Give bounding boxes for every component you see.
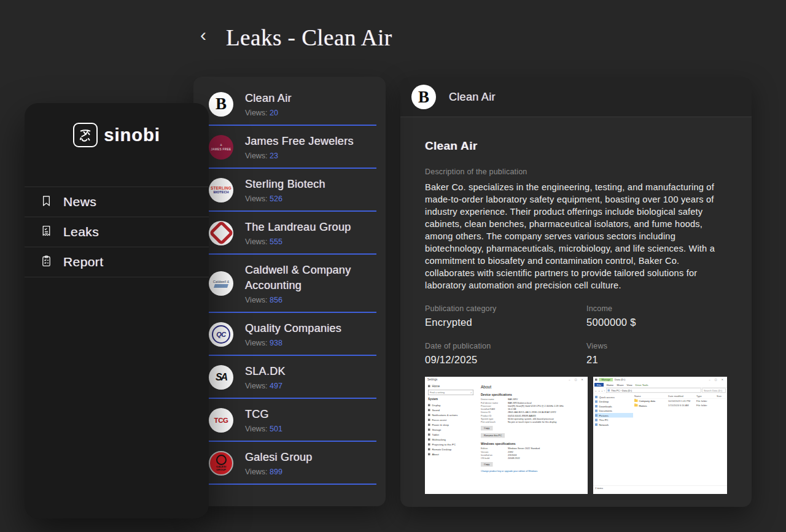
caldwell-logo: Caldwell & [209,271,233,296]
page-title: Leaks - Clean Air [226,25,392,51]
list-item-landreau-group[interactable]: The Landreau Group Views: 555 [209,212,376,255]
settings-nav-icon [428,409,430,411]
folder-icon [634,404,638,406]
list-item-tcg[interactable]: TCG TCG Views: 501 [209,399,376,442]
bookmark-icon [40,195,53,210]
explorer-nav-icon [595,405,597,407]
publication-description: Baker Co. specializes in the engineering… [425,181,727,291]
leak-views: Views: 501 [245,425,282,433]
explorer-nav-item: Network [595,422,633,427]
list-item-galesi-group[interactable]: GALESIGROUP Galesi Group Views: 899 [209,442,376,485]
leak-name: James Free Jewelers [245,134,354,149]
folder-icon [634,399,638,402]
leak-name: Caldwell & Company Accounting [245,263,376,293]
copy-button-image: Copy [481,426,492,431]
settings-nav-item: Tablet [428,432,473,437]
leak-name: TCG [245,407,282,422]
description-label: Description of the publication [425,168,727,176]
detail-header: B Clean Air [400,77,752,117]
explorer-window-image: Manage Data (D:) – ▢ ✕ File Home Share V… [593,377,727,494]
explorer-nav-item: This PC [595,418,633,423]
publication-fields: Publication category Encrypted Income 50… [425,304,727,366]
explorer-nav-icon [595,409,597,412]
field-publication-category: Publication category Encrypted [425,304,586,328]
field-date-of-publication: Date of publication 09/12/2025 [425,342,586,366]
settings-nav-item: Power & sleep [428,422,473,427]
settings-nav-icon [428,433,430,436]
sidebar-item-leaks[interactable]: Leaks [25,217,209,247]
settings-nav-icon [428,414,430,416]
leak-views: Views: 20 [245,109,292,117]
settings-nav-icon [428,448,430,450]
list-item-james-free[interactable]: + JAMES FREE James Free Jewelers Views: … [209,126,376,169]
leak-name: Sterling Biotech [245,177,325,192]
detail-header-title: Clean Air [449,91,496,104]
settings-nav-item: Notifications & actions [428,412,473,417]
james-free-logo: + JAMES FREE [209,135,233,160]
explorer-file-row: Homes 1/15/2024 6:16 AM File folder [634,403,726,408]
list-item-sterling-biotech[interactable]: STERLING BIOTECH Sterling Biotech Views:… [209,169,376,212]
settings-nav-icon [428,404,430,406]
leak-views: Views: 938 [245,339,341,347]
attachment-screenshot-settings[interactable]: Settings – ▢ ✕ Home Find a setting⌕ Syst… [425,377,588,494]
list-item-clean-air[interactable]: B Clean Air Views: 20 [209,83,376,126]
leak-name: Clean Air [245,91,292,106]
app-logo: sinobi [25,123,209,147]
clipboard-icon [40,255,53,270]
rename-pc-button-image: Rename this PC [481,433,505,438]
settings-window-image: Settings – ▢ ✕ Home Find a setting⌕ Syst… [425,377,588,494]
galesi-group-logo: GALESIGROUP [209,451,233,476]
leak-name: Galesi Group [245,450,313,465]
explorer-nav-item: Documents [595,409,633,414]
explorer-nav-icon [595,396,597,398]
settings-nav-item: Multitasking [428,437,473,442]
leak-views: Views: 497 [245,382,286,390]
copy-button-image: Copy [481,462,492,467]
leak-views: Views: 899 [245,468,313,476]
explorer-nav-item: Downloads [595,404,633,409]
settings-nav-item: Remote Desktop [428,447,473,452]
sidebar-menu: News Leaks Report [25,187,209,277]
quality-companies-logo: QC [209,322,233,347]
app-logo-text: sinobi [104,125,160,145]
sidebar-item-report[interactable]: Report [25,247,209,277]
sla-dk-logo: SA [209,365,233,390]
explorer-icon [595,379,597,381]
landreau-group-logo [209,221,233,245]
change-product-key-link-image: Change product key or upgrade your editi… [481,469,583,472]
nav-arrows-icon: ← → ⌄ ↑ [594,389,605,392]
settings-nav-icon [428,418,430,421]
explorer-file-row: Company data 10/24/2023 1:41 PM File fol… [634,399,726,404]
leak-name: Quality Companies [245,321,341,336]
settings-nav-item: Display [428,403,473,407]
settings-nav-item: About [428,452,473,457]
window-controls-icon: – ▢ ✕ [569,378,585,381]
receipt-icon [40,225,53,240]
drive-icon [608,389,610,391]
leak-views: Views: 555 [245,237,351,246]
clean-air-logo: B [209,92,233,117]
attachment-screenshot-explorer[interactable]: Manage Data (D:) – ▢ ✕ File Home Share V… [593,377,727,494]
field-income: Income 5000000 $ [586,304,727,328]
publication-heading: Clean Air [425,139,727,153]
tcg-logo: TCG [209,408,233,433]
window-controls-icon: – ▢ ✕ [709,378,725,381]
list-item-caldwell[interactable]: Caldwell & Caldwell & Company Accounting… [209,255,376,313]
settings-nav-icon [428,423,430,426]
back-button[interactable]: ‹ [196,26,210,44]
shinobi-kanji-icon [73,123,98,147]
clean-air-logo: B [411,85,436,109]
explorer-nav-icon [595,423,597,426]
list-item-sla-dk[interactable]: SA SLA.DK Views: 497 [209,356,376,399]
sidebar-item-news[interactable]: News [25,187,209,217]
leak-name: The Landreau Group [245,220,351,235]
home-icon [428,385,430,387]
explorer-nav-item: Pictures [595,413,633,418]
attachment-row: Settings – ▢ ✕ Home Find a setting⌕ Syst… [425,377,727,494]
sidebar: sinobi News Leaks [25,103,209,519]
list-item-quality-companies[interactable]: QC Quality Companies Views: 938 [209,313,376,356]
settings-nav-icon [428,438,430,441]
leak-list-panel: B Clean Air Views: 20 + JAMES FREE James… [193,77,386,506]
explorer-nav-item: Quick access [595,395,633,399]
explorer-nav-icon [595,400,597,403]
